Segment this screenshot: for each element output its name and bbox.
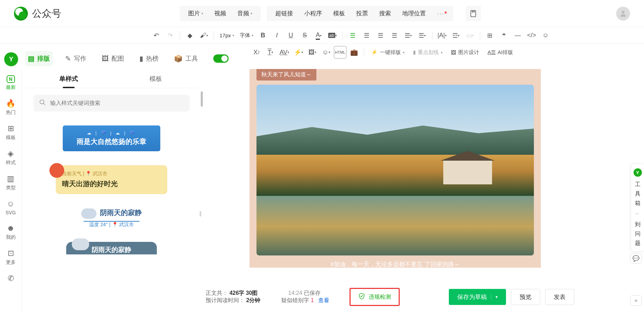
status-bar: 正文共： 426字 30图 预计阅读时间： 2分钟 14:24 已保存 疑似错别…	[206, 286, 574, 308]
special-char-icon[interactable]: ⚡▾	[292, 46, 305, 59]
collapse-icon[interactable]: »	[630, 295, 642, 306]
violation-check[interactable]: 违规检测	[350, 288, 400, 306]
align-center-icon[interactable]: ☰	[360, 29, 373, 42]
search-icon	[39, 99, 46, 107]
key-underline[interactable]: ▮重点划线▾	[409, 46, 446, 59]
arrow-left-icon: ←	[635, 210, 641, 217]
menu-video[interactable]: 视频	[209, 9, 232, 17]
indent-left-icon[interactable]: ☰▾	[402, 29, 415, 42]
strikethrough-icon[interactable]: S	[299, 29, 311, 42]
subtab-template[interactable]: 模板	[112, 70, 199, 88]
style-card-sunny[interactable]: 当前天气 | 📍 武汉市 晴天出游的好时光	[33, 165, 190, 194]
rail-svg[interactable]: ☺SVG	[0, 195, 22, 220]
publish-button[interactable]: 发表	[545, 289, 574, 305]
align-right-icon[interactable]: ☰	[374, 29, 387, 42]
undo-icon[interactable]: ↶	[150, 29, 162, 42]
menu-miniprogram[interactable]: 小程序	[299, 9, 328, 17]
redo-icon[interactable]: ↷	[164, 29, 176, 42]
view-typos-link[interactable]: 查看	[318, 297, 329, 303]
insert-elements-group: 超链接 小程序 模板 投票 搜索 地理位置 ⋯	[267, 6, 453, 21]
letter-spacing-icon[interactable]: AV▾	[278, 46, 291, 59]
quote-icon[interactable]: ❝	[498, 29, 510, 42]
menu-image[interactable]: 图片▾	[183, 9, 209, 17]
menu-template[interactable]: 模板	[328, 9, 351, 17]
font-size-select[interactable]: 17px▾	[217, 32, 236, 38]
list-icon[interactable]: ☲▾	[450, 29, 462, 42]
panel-scrollbar[interactable]	[201, 91, 203, 107]
search-input[interactable]	[50, 100, 184, 106]
underline-icon[interactable]: U	[285, 29, 297, 42]
app-badge-icon: Y	[4, 52, 18, 66]
svg-point-2	[40, 100, 44, 104]
font-family-select[interactable]: 字体▾	[238, 32, 255, 39]
canvas-caption: #加油，每一天，无论多远都不要忘 了回家的路～	[256, 260, 534, 268]
italic-icon[interactable]: I	[271, 29, 283, 42]
ai-layout[interactable]: A☰AI排版	[484, 46, 516, 59]
tab-write[interactable]: ✎写作	[62, 54, 89, 63]
rail-style[interactable]: ◈样式	[0, 145, 22, 170]
rail-latest[interactable]: N最新	[0, 71, 22, 95]
preview-button[interactable]: 预览	[511, 289, 540, 305]
emoji-icon[interactable]: ☺	[539, 29, 552, 42]
one-click-layout[interactable]: ⚡一键排版▾	[368, 46, 408, 59]
right-toolbox[interactable]: Y 工 具 箱 ← 到 问 题	[631, 164, 644, 252]
format-brush-icon[interactable]: 🖌▾	[198, 29, 210, 42]
canvas-image	[256, 85, 534, 255]
subtab-single[interactable]: 单样式	[25, 70, 112, 88]
menu-hyperlink[interactable]: 超链接	[270, 9, 299, 17]
highlight-icon[interactable]: ab▾	[327, 29, 339, 42]
logo-area: 公众号	[14, 7, 61, 21]
style-search[interactable]	[33, 95, 190, 112]
style-card-rain[interactable]: ☁ | ☔ | ☁ | ☔ 雨是大自然悠扬的乐章	[33, 125, 190, 151]
left-rail: N最新 🔥热门 ⊞模板 ◈样式 ▥类型 ☺SVG ☻我的 ⊡更多 ✆	[0, 70, 22, 314]
hr-icon[interactable]: —	[512, 29, 524, 42]
rail-support[interactable]: ✆	[0, 270, 22, 287]
rail-type[interactable]: ▥类型	[0, 170, 22, 195]
sun-icon	[48, 162, 66, 179]
html-icon[interactable]: HTML	[334, 46, 346, 59]
clear-format-icon[interactable]: ◆	[184, 29, 196, 42]
font-color-icon[interactable]: A▾	[313, 29, 325, 42]
menu-location[interactable]: 地理位置	[397, 9, 431, 17]
insert-media-group: 图片▾ 视频 音频▾	[180, 6, 261, 21]
divider-icon[interactable]: ▭▾	[464, 29, 476, 42]
tab-tool[interactable]: 📦工具	[171, 54, 201, 63]
toolbox-badge-icon: Y	[634, 168, 642, 177]
table-icon[interactable]: ⊞	[484, 29, 496, 42]
image-insert-icon[interactable]: 🖼▾	[306, 46, 319, 59]
text-height-icon[interactable]: T▾	[264, 46, 277, 59]
rail-mine[interactable]: ☻我的	[0, 220, 22, 245]
style-card-rainy1[interactable]: 阴雨天的寂静 温度 24° | 📍 武汉市	[33, 208, 190, 228]
editor-canvas[interactable]: 秋天来了风儿知道～ #加油，每一天，无论多远都不要忘 了回家的路～	[250, 69, 541, 268]
user-avatar[interactable]	[616, 7, 630, 21]
briefcase-icon[interactable]: 💼	[348, 46, 360, 59]
code-icon[interactable]: </>	[526, 29, 538, 42]
bold-icon[interactable]: B	[257, 29, 269, 42]
document-icon[interactable]	[466, 6, 481, 21]
tab-image[interactable]: 🖼配图	[99, 54, 127, 63]
line-height-icon[interactable]: |A|▾	[436, 29, 449, 42]
align-left-icon[interactable]: ☰	[346, 29, 359, 42]
mode-toggle[interactable]	[213, 54, 229, 63]
panel-resize-handle[interactable]: ||	[199, 210, 201, 217]
rail-more[interactable]: ⊡更多	[0, 245, 22, 270]
menu-vote[interactable]: 投票	[351, 9, 374, 17]
tab-hot[interactable]: ▮热榜	[137, 54, 161, 63]
indent-right-icon[interactable]: ☰▾	[416, 29, 429, 42]
menu-audio[interactable]: 音频▾	[232, 9, 258, 17]
style-cards: ☁ | ☔ | ☁ | ☔ 雨是大自然悠扬的乐章 当前天气 | 📍 武汉市 晴天…	[33, 125, 190, 307]
image-design[interactable]: 🖼图片设计	[447, 46, 483, 59]
tab-layout[interactable]: ▤排版	[25, 51, 53, 66]
editor-mode-tabs: ▤排版 ✎写作 🖼配图 ▮热榜 📦工具	[25, 49, 229, 68]
chat-icon[interactable]: 💬	[630, 253, 642, 263]
rail-template[interactable]: ⊞模板	[0, 120, 22, 145]
rail-hot[interactable]: 🔥热门	[0, 95, 22, 120]
emoji2-icon[interactable]: ☺▾	[320, 46, 332, 59]
menu-search[interactable]: 搜索	[374, 9, 397, 17]
align-justify-icon[interactable]: ☰	[388, 29, 401, 42]
save-draft-button[interactable]: 保存为草稿▾	[449, 289, 506, 305]
subscript-icon[interactable]: X2	[250, 46, 263, 59]
style-card-rainy2[interactable]: 阴雨天的寂静	[33, 242, 190, 254]
style-subtabs: 单样式 模板	[25, 70, 199, 88]
menu-more[interactable]: ⋯	[431, 9, 450, 18]
